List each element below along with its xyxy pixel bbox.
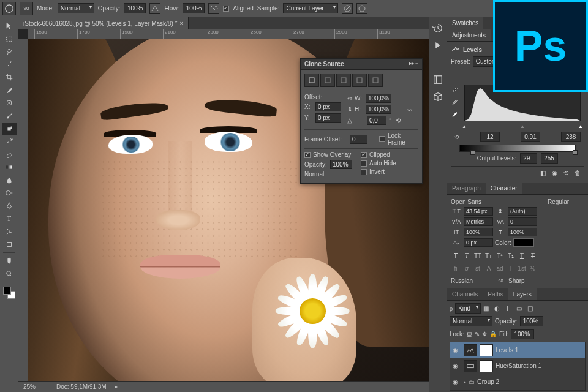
visibility-icon[interactable]: ◉ (453, 363, 461, 369)
delete-adj-icon[interactable]: 🗑 (573, 168, 582, 177)
lock-transparent-icon[interactable]: ▨ (467, 331, 472, 337)
clone-source-1[interactable] (304, 74, 319, 87)
auto-icon[interactable]: ⟲ (454, 134, 459, 140)
angle[interactable]: 0,0 (367, 116, 386, 125)
clone-source-panel[interactable]: Clone Source ▸▸ ≡ Offset: X:0 px Y:0 px … (300, 58, 423, 184)
expand-icon[interactable]: ▸ (464, 379, 466, 385)
color-swatch[interactable] (3, 287, 15, 299)
swatches-tab[interactable]: Swatches (447, 17, 483, 29)
ruler-vertical[interactable] (18, 39, 28, 381)
visibility-icon[interactable]: ◉ (453, 379, 461, 385)
opacity-value[interactable]: 100% (124, 3, 146, 13)
fractions-btn[interactable]: 1st (517, 264, 527, 273)
layer-fill[interactable]: 100% (511, 329, 534, 339)
tracking[interactable]: 0 (508, 217, 537, 226)
character-tab[interactable]: Character (486, 183, 522, 194)
offset-y[interactable]: 0 px (315, 113, 341, 123)
leading[interactable]: (Auto) (508, 207, 537, 216)
ligature-btn[interactable]: fi (451, 264, 461, 273)
magic-wand-tool[interactable] (2, 58, 17, 70)
zoom-value[interactable]: 25% (23, 383, 48, 390)
overlay-mode[interactable]: Normal (304, 171, 341, 178)
channels-tab[interactable]: Channels (447, 288, 483, 300)
language[interactable]: Russian (451, 277, 494, 284)
eyedropper-black-icon[interactable] (451, 86, 458, 94)
collapse-icon[interactable]: ▸▸ ≡ (409, 61, 418, 67)
pressure-size-icon[interactable] (356, 3, 368, 14)
dodge-tool[interactable] (2, 187, 17, 199)
allcaps-btn[interactable]: TT (473, 251, 483, 260)
strikethrough-btn[interactable]: T (528, 251, 538, 260)
slider-black-icon[interactable]: ▲ (462, 124, 467, 129)
baseline[interactable]: 0 px (464, 238, 493, 247)
lock-frame-checkbox[interactable] (379, 136, 385, 142)
layer-item-levels[interactable]: ◉ Levels 1 (450, 342, 585, 358)
blur-tool[interactable] (2, 174, 17, 186)
italic-btn[interactable]: T (462, 251, 472, 260)
oldstyle-btn[interactable]: σ (462, 264, 472, 273)
clone-source-4[interactable] (352, 74, 367, 87)
superscript-btn[interactable]: T¹ (495, 251, 505, 260)
view-prev-icon[interactable]: ◉ (549, 168, 559, 177)
clipped-checkbox[interactable] (361, 152, 367, 158)
levels-mid[interactable]: 0,91 (521, 132, 540, 142)
vscale[interactable]: 100% (464, 228, 493, 236)
filter-type-icon[interactable]: T (505, 305, 514, 312)
actions-icon[interactable] (432, 39, 444, 51)
reset-transform-icon[interactable]: ⟲ (396, 117, 401, 124)
output-white[interactable]: 255 (541, 153, 558, 164)
layers-tab[interactable]: Layers (508, 288, 537, 300)
path-select-tool[interactable] (2, 225, 17, 238)
smallcaps-btn[interactable]: Tᴛ (484, 251, 494, 260)
mode-dropdown[interactable]: Normal (58, 3, 94, 13)
flip-h-icon[interactable]: ⇔ (347, 95, 352, 102)
hscale[interactable]: 100% (508, 228, 537, 236)
move-tool[interactable] (2, 20, 17, 32)
lasso-tool[interactable] (2, 45, 17, 58)
hand-tool[interactable] (2, 255, 17, 267)
history-brush-tool[interactable] (2, 135, 17, 148)
show-overlay-checkbox[interactable] (304, 152, 311, 158)
gradient-tool[interactable] (2, 161, 17, 173)
lock-all-icon[interactable]: 🔒 (489, 331, 497, 337)
healing-tool[interactable] (2, 97, 17, 109)
swash-btn[interactable]: T (506, 264, 516, 273)
blend-mode[interactable]: Normal (450, 316, 492, 326)
airbrush-icon[interactable] (208, 3, 219, 14)
shape-tool[interactable] (2, 238, 17, 251)
lock-position-icon[interactable]: ✥ (482, 331, 487, 337)
ordinals-btn[interactable]: ađ (495, 264, 505, 273)
antialiasing[interactable]: Sharp (508, 277, 539, 284)
brush-tool[interactable] (2, 110, 17, 122)
zoom-tool[interactable] (2, 268, 17, 280)
titling-btn[interactable]: A (484, 264, 494, 273)
visibility-icon[interactable]: ◉ (453, 347, 461, 353)
levels-black[interactable]: 12 (480, 132, 500, 142)
properties-icon[interactable] (432, 74, 444, 86)
crop-tool[interactable] (2, 71, 17, 83)
brush-preset[interactable]: 90 (20, 2, 33, 15)
offset-x[interactable]: 0 px (315, 102, 341, 111)
font-size[interactable]: 43,54 px (464, 207, 493, 216)
aligned-checkbox[interactable] (223, 6, 229, 12)
output-gradient[interactable] (459, 145, 576, 152)
ignore-adj-icon[interactable] (342, 3, 353, 14)
scale-h[interactable]: 100,0% (366, 105, 391, 114)
eyedropper-gray-icon[interactable] (451, 98, 458, 107)
filter-pixel-icon[interactable]: ▦ (483, 305, 492, 312)
paragraph-tab[interactable]: Paragraph (447, 183, 486, 194)
flow-value[interactable]: 100% (183, 3, 205, 13)
filter-adj-icon[interactable]: ◐ (494, 305, 503, 312)
text-color-swatch[interactable] (513, 238, 534, 247)
auto-hide-checkbox[interactable] (361, 160, 367, 167)
marquee-tool[interactable] (2, 32, 17, 45)
clone-source-3[interactable] (336, 74, 351, 87)
document-tab[interactable]: iStock-606016028.jpg @ 50% (Levels 1, La… (18, 17, 189, 29)
clone-source-5[interactable] (368, 74, 383, 87)
layer-item-group[interactable]: ◉ ▸ 🗀 Group 2 (450, 374, 585, 390)
subscript-btn[interactable]: T₁ (506, 251, 516, 260)
sample-dropdown[interactable]: Current Layer (283, 3, 338, 13)
overlay-opacity[interactable]: 100% (330, 160, 352, 169)
pen-tool[interactable] (2, 200, 17, 212)
kerning[interactable]: Metrics (464, 217, 493, 226)
